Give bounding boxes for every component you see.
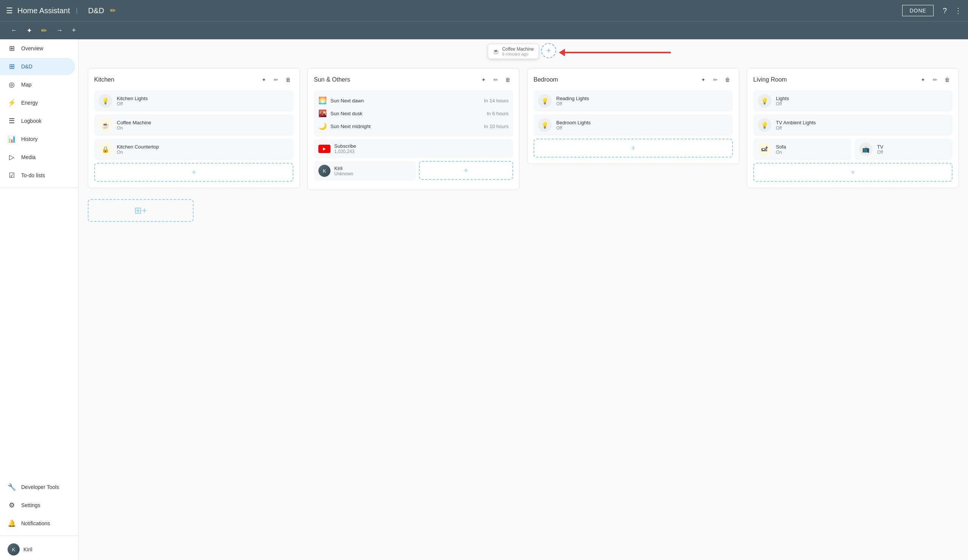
- living-room-edit-btn[interactable]: ✏: [930, 74, 940, 85]
- main-layout: ⊞ Overview ⊞ D&D ◎ Map ⚡ Energy ☰ Logboo…: [0, 39, 968, 560]
- edit-pencil-icon[interactable]: ✏: [110, 7, 116, 15]
- todo-icon: ☑: [8, 171, 16, 180]
- sun-others-add-icon: +: [464, 166, 468, 175]
- edit-icon[interactable]: ✏: [40, 25, 48, 36]
- subscribe-card[interactable]: Subscribe 1,020,243: [314, 139, 513, 158]
- bedroom-header: Bedroom ✦ ✏ 🗑: [534, 74, 733, 85]
- sidebar-label-logbook: Logbook: [21, 118, 41, 124]
- kitchen-lights-card[interactable]: 💡 Kitchen Lights Off: [94, 90, 293, 111]
- help-icon[interactable]: ?: [943, 7, 947, 15]
- bedroom-delete-btn[interactable]: 🗑: [722, 74, 733, 85]
- overview-icon: ⊞: [8, 44, 16, 53]
- lights-name: Lights: [776, 96, 789, 101]
- sidebar-label-map: Map: [21, 82, 31, 88]
- columns-wrapper: Kitchen ✦ ✏ 🗑 💡 Kitchen Lights Off ☕: [88, 68, 959, 190]
- kitchen-edit-btn[interactable]: ✏: [271, 74, 281, 85]
- lights-card[interactable]: 💡 Lights Off: [753, 90, 953, 111]
- living-room-delete-btn[interactable]: 🗑: [942, 74, 953, 85]
- tv-card[interactable]: 📺 TV Off: [855, 139, 953, 160]
- arrow-indicator: [559, 49, 671, 56]
- sidebar-item-energy[interactable]: ⚡ Energy: [0, 94, 75, 111]
- kitchen-actions: ✦ ✏ 🗑: [259, 74, 293, 85]
- sun-others-delete-btn[interactable]: 🗑: [502, 74, 513, 85]
- forward-icon[interactable]: →: [55, 25, 64, 36]
- tv-ambient-card[interactable]: 💡 TV Ambient Lights Off: [753, 114, 953, 135]
- sidebar-item-media[interactable]: ▷ Media: [0, 149, 75, 166]
- sun-midnight-icon: 🌙: [318, 122, 327, 131]
- energy-icon: ⚡: [8, 99, 16, 107]
- add-section-button[interactable]: ⊞+: [88, 199, 194, 222]
- separator: |: [76, 7, 78, 14]
- sidebar-item-dnd[interactable]: ⊞ D&D: [0, 58, 75, 75]
- coffee-machine-icon: ☕: [99, 118, 112, 132]
- sun-others-move-btn[interactable]: ✦: [478, 74, 489, 85]
- kitchen-delete-btn[interactable]: 🗑: [283, 74, 293, 85]
- logbook-icon: ☰: [8, 117, 16, 125]
- sofa-card[interactable]: 🛋 Sofa On: [753, 139, 852, 160]
- menu-icon[interactable]: ☰: [6, 6, 13, 15]
- kitchen-add-button[interactable]: +: [94, 163, 293, 182]
- sidebar-item-map[interactable]: ◎ Map: [0, 76, 75, 93]
- sidebar-item-notifications[interactable]: 🔔 Notifications: [0, 515, 75, 532]
- sun-dawn-name: Sun Next dawn: [330, 98, 480, 104]
- sun-others-header: Sun & Others ✦ ✏ 🗑: [314, 74, 513, 85]
- bedroom-move-btn[interactable]: ✦: [698, 74, 709, 85]
- page-title: D&D: [88, 7, 104, 15]
- living-room-column: Living Room ✦ ✏ 🗑 💡 Lights Off 💡: [747, 68, 959, 188]
- bedroom-lights-name: Bedroom Lights: [556, 120, 591, 126]
- sun-midnight-row: 🌙 Sun Next midnight In 10 hours: [318, 120, 509, 133]
- kitchen-lights-state: Off: [117, 101, 148, 107]
- add-card-button[interactable]: +: [541, 43, 556, 58]
- reading-lights-card[interactable]: 💡 Reading Lights Off: [534, 90, 733, 111]
- notif-entity: Coffee Machine: [502, 46, 534, 52]
- move-icon[interactable]: ✦: [25, 25, 34, 36]
- sidebar-profile[interactable]: K Kiril: [0, 539, 78, 560]
- sidebar-item-history[interactable]: 📊 History: [0, 131, 75, 148]
- kitchen-countertop-card[interactable]: 🔒 Kitchen Countertop On: [94, 139, 293, 160]
- sidebar-item-todo[interactable]: ☑ To-do lists: [0, 167, 75, 184]
- add-card-plus-icon: +: [546, 46, 551, 55]
- reading-lights-state: Off: [556, 101, 589, 107]
- bedroom-add-button[interactable]: +: [534, 139, 733, 158]
- sidebar-item-overview[interactable]: ⊞ Overview: [0, 40, 75, 57]
- coffee-machine-state: On: [117, 126, 151, 131]
- add-icon[interactable]: +: [70, 25, 78, 36]
- add-section-icon: ⊞+: [134, 205, 147, 216]
- bedroom-edit-btn[interactable]: ✏: [710, 74, 721, 85]
- sidebar-label-media: Media: [21, 154, 36, 160]
- bedroom-lights-state: Off: [556, 126, 591, 131]
- coffee-machine-card[interactable]: ☕ Coffee Machine On: [94, 114, 293, 135]
- sidebar-label-overview: Overview: [21, 45, 43, 51]
- sidebar-item-devtools[interactable]: 🔧 Developer Tools: [0, 478, 75, 496]
- bedroom-lights-card[interactable]: 💡 Bedroom Lights Off: [534, 114, 733, 135]
- sidebar-label-energy: Energy: [21, 100, 38, 106]
- sidebar-item-settings[interactable]: ⚙ Settings: [0, 497, 75, 514]
- content-area: ☕ Coffee Machine 6 minutes ago + Kitchen…: [79, 39, 968, 560]
- kiril-avatar: K: [318, 165, 330, 177]
- kitchen-add-icon: +: [192, 168, 196, 177]
- kitchen-column: Kitchen ✦ ✏ 🗑 💡 Kitchen Lights Off ☕: [88, 68, 300, 188]
- toolbar-row: ← ✦ ✏ → +: [0, 21, 968, 39]
- sidebar-item-logbook[interactable]: ☰ Logbook: [0, 112, 75, 130]
- done-button[interactable]: DONE: [902, 5, 933, 16]
- kiril-card[interactable]: K Kiril Unknown: [314, 161, 416, 181]
- sun-others-edit-btn[interactable]: ✏: [491, 74, 501, 85]
- tv-ambient-state: Off: [776, 126, 816, 131]
- notification-bubble: ☕ Coffee Machine 6 minutes ago: [488, 44, 539, 59]
- more-icon[interactable]: ⋮: [955, 6, 962, 15]
- sofa-icon: 🛋: [758, 142, 771, 156]
- bottom-add-section: ⊞+: [88, 199, 959, 222]
- living-room-move-btn[interactable]: ✦: [918, 74, 928, 85]
- kitchen-move-btn[interactable]: ✦: [259, 74, 269, 85]
- back-icon[interactable]: ←: [9, 25, 19, 36]
- sidebar-label-settings: Settings: [21, 502, 40, 508]
- kiril-info: Kiril Unknown: [334, 165, 353, 177]
- notif-text: Coffee Machine 6 minutes ago: [502, 46, 534, 56]
- living-room-add-button[interactable]: +: [753, 163, 953, 182]
- dnd-icon: ⊞: [8, 62, 16, 71]
- tv-info: TV Off: [877, 144, 883, 155]
- sidebar-bottom: [0, 191, 78, 478]
- sun-others-add-button[interactable]: +: [419, 161, 514, 180]
- lights-state: Off: [776, 101, 789, 107]
- notif-icon: ☕: [493, 48, 499, 55]
